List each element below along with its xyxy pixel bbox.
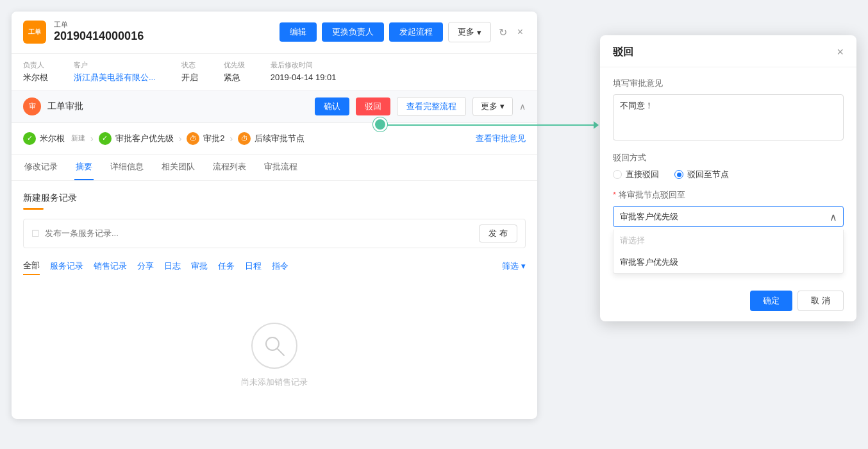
main-card: 工单 工单 20190414000016 编辑 更换负责人 发起流程 更多 ▾ …	[12, 12, 537, 419]
refresh-button[interactable]: ↻	[496, 24, 510, 41]
tab-detail[interactable]: 详细信息	[109, 155, 145, 180]
step-2-icon: ✓	[99, 132, 112, 145]
step-2-label: 审批客户优先级	[115, 133, 174, 144]
cancel-button[interactable]: 取 消	[797, 291, 844, 311]
owner-value: 米尔根	[23, 72, 48, 82]
tab-modify-record[interactable]: 修改记录	[23, 155, 59, 180]
post-record-area: ☐ 发 布	[23, 219, 526, 248]
step-4: ⏱ 后续审批节点	[238, 132, 305, 145]
sub-tab-approval[interactable]: 审批	[191, 258, 208, 275]
confirm-button[interactable]: 确认	[315, 97, 349, 115]
edit-button[interactable]: 编辑	[280, 22, 317, 42]
meta-customer: 客户 浙江鼎美电器有限公...	[74, 60, 156, 83]
node-required-label: 将审批节点驳回至	[613, 189, 844, 201]
dialog-header: 驳回 ×	[600, 35, 856, 67]
close-button[interactable]: ×	[515, 24, 526, 40]
radio-group: 直接驳回 驳回至节点	[613, 169, 844, 180]
step-1-label: 米尔根	[40, 133, 65, 144]
dialog-close-button[interactable]: ×	[837, 46, 844, 59]
section-underline	[23, 208, 44, 210]
chevron-down-icon-filter: ▾	[521, 261, 526, 271]
chevron-down-icon-approval: ▾	[500, 101, 505, 111]
node-select-wrapper: 审批客户优先级 ∧	[613, 206, 844, 227]
tab-summary[interactable]: 摘要	[74, 155, 94, 180]
sub-tabs: 全部 服务记录 销售记录 分享 日志 审批 任务 日程 指令 筛选 ▾	[23, 257, 526, 275]
header-title: 20190414000016	[54, 29, 272, 44]
tabs-row: 修改记录 摘要 详细信息 相关团队 流程列表 审批流程	[12, 155, 537, 181]
sub-tab-schedule[interactable]: 日程	[245, 258, 262, 275]
radio-direct[interactable]: 直接驳回	[613, 169, 659, 180]
approval-icon: 审	[23, 97, 41, 115]
meta-status: 状态 开启	[181, 60, 198, 83]
arrow-connector	[377, 124, 595, 126]
publish-button[interactable]: 发 布	[479, 224, 517, 242]
start-flow-button[interactable]: 发起流程	[389, 22, 443, 42]
approval-bar: 审 工单审批 确认 驳回 查看完整流程 更多 ▾ ∧	[12, 90, 537, 123]
sub-tab-instruction[interactable]: 指令	[272, 258, 288, 275]
filter-button[interactable]: 筛选 ▾	[502, 260, 526, 272]
arrow-3: ›	[230, 133, 233, 144]
sub-tab-sales[interactable]: 销售记录	[94, 258, 127, 275]
dialog-title: 驳回	[613, 46, 633, 59]
post-checkbox-icon: ☐	[31, 228, 40, 239]
sub-tab-log[interactable]: 日志	[164, 258, 181, 275]
customer-link[interactable]: 浙江鼎美电器有限公...	[74, 72, 156, 82]
sub-tab-task[interactable]: 任务	[218, 258, 235, 275]
priority-value: 紧急	[224, 72, 240, 82]
flow-steps: ✓ 米尔根 新建 › ✓ 审批客户优先级 › ⏱ 审批2 › ⏱ 后续审批节点 …	[12, 123, 537, 155]
empty-text: 尚未添加销售记录	[241, 377, 308, 388]
svg-line-1	[278, 349, 284, 355]
comment-textarea[interactable]: 不同意！	[613, 94, 844, 140]
change-owner-button[interactable]: 更换负责人	[322, 22, 384, 42]
header-title-group: 工单 20190414000016	[54, 21, 272, 44]
step-2: ✓ 审批客户优先级	[99, 132, 174, 145]
dropdown-placeholder: 请选择	[613, 230, 843, 251]
work-order-icon: 工单	[23, 21, 46, 44]
comment-label: 填写审批意见	[613, 78, 844, 89]
meta-owner: 负责人 米尔根	[23, 60, 48, 83]
sub-tab-service[interactable]: 服务记录	[50, 258, 83, 275]
arrow-1: ›	[90, 133, 94, 144]
header-subtitle: 工单	[54, 21, 272, 29]
dialog-body: 填写审批意见 不同意！ 驳回方式 直接驳回 驳回至节点 将审批节点驳回至 审批客…	[600, 67, 856, 284]
step-3-icon: ⏱	[187, 132, 199, 145]
tab-approval-flow[interactable]: 审批流程	[263, 155, 299, 180]
tab-flow-list[interactable]: 流程列表	[212, 155, 247, 180]
sub-tab-share[interactable]: 分享	[137, 258, 154, 275]
view-flow-button[interactable]: 查看完整流程	[397, 97, 466, 116]
search-icon	[263, 334, 286, 357]
close-icon: ×	[517, 26, 523, 37]
dropdown-options: 请选择 审批客户优先级	[613, 230, 844, 274]
step-3-label: 审批2	[203, 133, 224, 144]
radio-to-node-circle	[674, 170, 683, 179]
reject-dialog: 驳回 × 填写审批意见 不同意！ 驳回方式 直接驳回 驳回至节点 将审批节点驳回…	[600, 35, 856, 321]
radio-direct-circle	[613, 170, 622, 179]
approval-more-button[interactable]: 更多 ▾	[472, 97, 513, 116]
ok-button[interactable]: 确定	[750, 291, 792, 311]
empty-icon	[251, 323, 297, 369]
reject-button[interactable]: 驳回	[356, 97, 390, 115]
step-4-icon: ⏱	[238, 132, 251, 145]
step-1: ✓ 米尔根 新建	[23, 132, 85, 145]
sub-tab-all[interactable]: 全部	[23, 257, 40, 275]
step-4-label: 后续审批节点	[255, 133, 305, 144]
collapse-button[interactable]: ∧	[519, 101, 526, 112]
svg-point-0	[266, 337, 279, 350]
refresh-icon: ↻	[499, 27, 507, 38]
step-1-icon: ✓	[23, 132, 36, 145]
update-time-value: 2019-04-14 19:01	[271, 72, 337, 82]
tab-team[interactable]: 相关团队	[160, 155, 196, 180]
more-button[interactable]: 更多 ▾	[448, 22, 491, 42]
empty-state: 尚未添加销售记录	[23, 284, 526, 407]
radio-to-node[interactable]: 驳回至节点	[674, 169, 729, 180]
view-approval-opinion[interactable]: 查看审批意见	[476, 133, 526, 144]
reject-method-label: 驳回方式	[613, 152, 844, 164]
post-input[interactable]	[45, 228, 474, 238]
content-area: 新建服务记录 ☐ 发 布 全部 服务记录 销售记录 分享 日志 审批 任务 日程…	[12, 181, 537, 419]
dropdown-option-1[interactable]: 审批客户优先级	[613, 251, 843, 273]
status-value: 开启	[181, 72, 198, 82]
approval-title: 工单审批	[47, 101, 308, 112]
node-select[interactable]: 审批客户优先级	[613, 206, 844, 227]
arrow-dot	[373, 117, 387, 131]
meta-priority: 优先级 紧急	[224, 60, 245, 83]
